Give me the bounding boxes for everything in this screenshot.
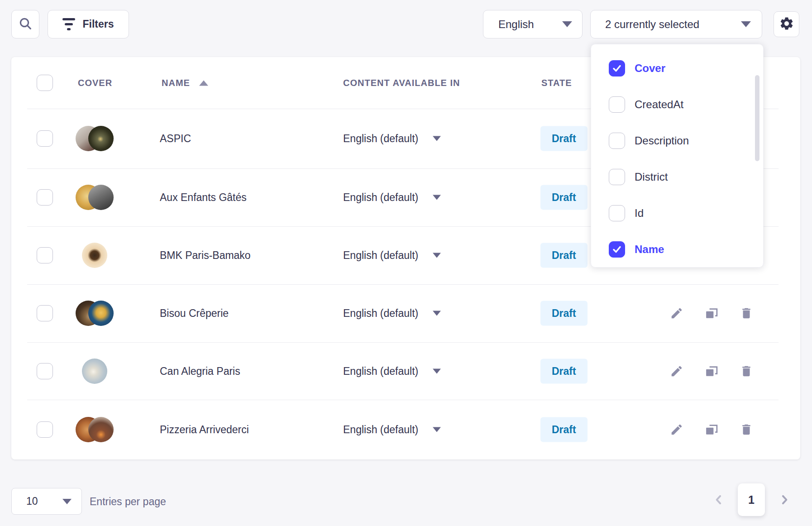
search-button[interactable] — [11, 10, 39, 38]
checkbox-unchecked[interactable] — [609, 133, 625, 149]
row-checkbox[interactable] — [37, 305, 53, 321]
locale-dropdown[interactable]: English (default) — [343, 307, 441, 320]
page-size-select[interactable]: 10 — [11, 488, 82, 515]
entries-per-page-label: Entries per page — [90, 496, 166, 508]
columns-select[interactable]: 2 currently selected — [590, 10, 762, 38]
cover-avatar — [88, 417, 114, 442]
locale-select-value: English — [498, 18, 534, 31]
filters-button-label: Filters — [82, 18, 114, 30]
column-option-label: Id — [635, 207, 644, 220]
cover-avatar — [82, 359, 107, 384]
locale-dropdown[interactable]: English (default) — [343, 249, 441, 262]
previous-page-button[interactable] — [711, 492, 727, 508]
status-badge: Draft — [540, 359, 588, 383]
search-icon — [18, 16, 33, 33]
row-checkbox[interactable] — [37, 247, 53, 263]
entry-name: ASPIC — [160, 133, 191, 145]
settings-button[interactable] — [774, 11, 799, 37]
status-badge: Draft — [540, 126, 588, 151]
column-option-label: Name — [635, 243, 664, 256]
entry-name: BMK Paris-Bamako — [160, 249, 251, 262]
duplicate-icon[interactable] — [705, 306, 718, 320]
column-option-district[interactable]: District — [591, 159, 763, 195]
status-badge: Draft — [540, 301, 588, 326]
cover-avatars — [76, 243, 124, 268]
column-option-label: District — [635, 171, 668, 183]
edit-icon[interactable] — [670, 364, 683, 378]
column-header-content-available-in[interactable]: CONTENT AVAILABLE IN — [343, 78, 460, 88]
chevron-down-icon — [433, 311, 441, 316]
chevron-down-icon — [433, 253, 441, 258]
delete-icon[interactable] — [740, 364, 753, 378]
columns-select-value: 2 currently selected — [605, 18, 699, 31]
columns-dropdown: Cover CreatedAt Description District Id … — [591, 44, 764, 268]
chevron-down-icon — [433, 136, 441, 141]
cover-avatar — [88, 301, 114, 326]
content-list-page: Filters English 2 currently selected COV… — [0, 0, 812, 526]
row-checkbox[interactable] — [37, 363, 53, 379]
locale-dropdown[interactable]: English (default) — [343, 424, 441, 436]
cover-avatar — [88, 126, 114, 151]
filters-button[interactable]: Filters — [48, 10, 129, 38]
chevron-down-icon — [62, 499, 72, 504]
cover-avatars — [76, 417, 124, 442]
locale-dropdown[interactable]: English (default) — [343, 191, 441, 204]
page-number-button[interactable]: 1 — [738, 483, 765, 516]
status-badge: Draft — [540, 417, 588, 442]
column-header-cover[interactable]: COVER — [78, 78, 112, 88]
page-size-value: 10 — [26, 495, 38, 507]
checkbox-checked[interactable] — [609, 241, 625, 258]
cover-avatar — [82, 243, 107, 268]
cover-avatar — [88, 185, 114, 210]
status-badge: Draft — [540, 185, 588, 210]
next-page-button[interactable] — [776, 492, 793, 508]
filter-icon — [62, 18, 75, 30]
column-option-cover[interactable]: Cover — [591, 50, 763, 86]
entry-name: Aux Enfants Gâtés — [160, 191, 247, 204]
edit-icon[interactable] — [670, 423, 683, 436]
gear-icon — [779, 16, 794, 33]
checkbox-unchecked[interactable] — [609, 205, 625, 221]
delete-icon[interactable] — [740, 423, 753, 436]
entry-name: Can Alegria Paris — [160, 365, 240, 377]
scrollbar-thumb[interactable] — [755, 75, 759, 161]
entry-name: Bisou Crêperie — [160, 307, 229, 320]
chevron-down-icon — [741, 21, 751, 27]
row-checkbox[interactable] — [37, 421, 53, 438]
checkbox-checked[interactable] — [609, 60, 625, 77]
select-all-checkbox[interactable] — [37, 75, 53, 91]
chevron-down-icon — [433, 368, 441, 373]
duplicate-icon[interactable] — [705, 423, 718, 436]
column-option-createdat[interactable]: CreatedAt — [591, 86, 763, 123]
delete-icon[interactable] — [740, 306, 753, 320]
chevron-down-icon — [433, 427, 441, 432]
locale-select[interactable]: English — [483, 10, 583, 38]
column-option-id[interactable]: Id — [591, 195, 763, 231]
checkbox-unchecked[interactable] — [609, 96, 625, 113]
column-header-state[interactable]: STATE — [541, 78, 572, 88]
column-option-label: CreatedAt — [635, 98, 683, 111]
entry-name: Pizzeria Arrivederci — [160, 424, 249, 436]
edit-icon[interactable] — [670, 306, 683, 320]
table-row: Bisou Crêperie English (default) Draft — [11, 284, 800, 342]
checkbox-unchecked[interactable] — [609, 169, 625, 185]
table-row: Pizzeria Arrivederci English (default) D… — [11, 400, 800, 459]
table-row: Can Alegria Paris English (default) Draf… — [11, 342, 800, 400]
chevron-down-icon — [433, 195, 441, 200]
column-option-name[interactable]: Name — [591, 231, 763, 268]
column-option-description[interactable]: Description — [591, 123, 763, 159]
column-header-name[interactable]: NAME — [162, 78, 190, 88]
current-page-number: 1 — [748, 493, 755, 507]
row-checkbox[interactable] — [37, 130, 53, 147]
cover-avatars — [76, 359, 124, 384]
column-option-label: Cover — [635, 62, 665, 75]
locale-dropdown[interactable]: English (default) — [343, 365, 441, 377]
row-checkbox[interactable] — [37, 189, 53, 206]
column-option-label: Description — [635, 134, 689, 147]
sort-ascending-icon[interactable] — [199, 80, 208, 86]
chevron-down-icon — [562, 21, 572, 27]
duplicate-icon[interactable] — [705, 364, 718, 378]
status-badge: Draft — [540, 243, 588, 268]
locale-dropdown[interactable]: English (default) — [343, 133, 441, 145]
cover-avatars — [76, 126, 124, 151]
